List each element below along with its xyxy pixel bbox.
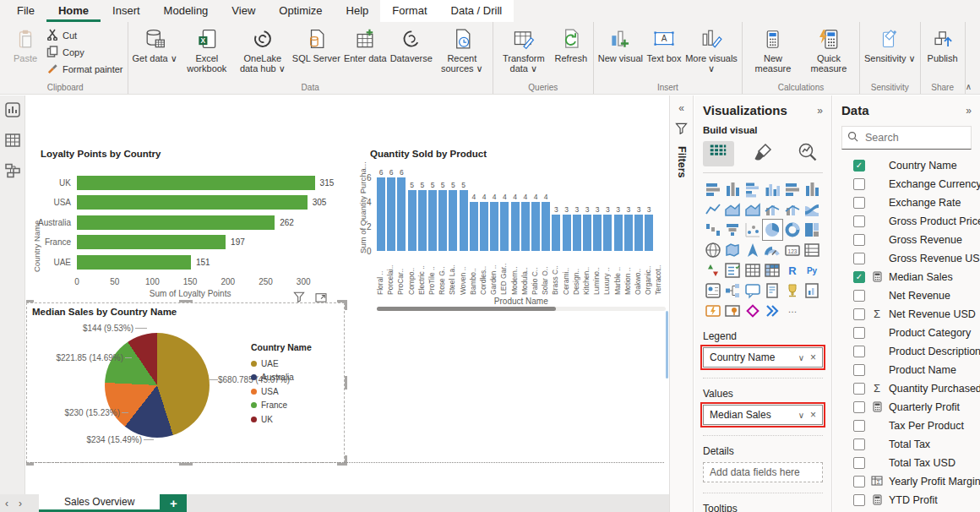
refresh-button[interactable]: Refresh [552,25,591,63]
viz-tab-analytics[interactable] [792,141,823,166]
bar-solar-o[interactable] [542,202,550,251]
bar-woven[interactable] [460,190,468,252]
paginated-report-icon[interactable] [803,281,823,301]
azure-map-icon[interactable] [743,240,763,260]
bar-uae[interactable] [77,255,191,270]
viz-tab-format-visual[interactable] [748,141,779,166]
report-canvas[interactable]: Loyalty Points by Country UK315USA305Aus… [26,95,669,494]
donut-chart-icon[interactable] [782,220,803,240]
bar-oakwo[interactable] [634,215,643,252]
checkbox-unchecked[interactable] [853,253,865,264]
bar-floral[interactable] [377,177,385,251]
line-chart-icon[interactable] [703,199,723,220]
checkbox-unchecked[interactable] [853,215,865,227]
bar-rose-g[interactable] [438,190,447,252]
treemap-icon[interactable] [803,220,823,240]
canvas-scrollbar[interactable] [666,311,668,379]
bar-steel-la[interactable] [449,190,457,252]
funnel-chart-icon[interactable] [723,220,743,240]
checkbox-unchecked[interactable] [853,308,865,320]
ribbon-tab-help[interactable]: Help [335,0,381,22]
legend-field-pill[interactable]: Country Name ∨ × [703,347,823,368]
power-apps-icon[interactable] [703,301,723,321]
new-measure-button[interactable]: New measure [745,25,801,74]
pct-stacked-bar-chart-icon[interactable] [782,179,803,199]
excel-workbook-button[interactable]: XExcel workbook [179,25,235,74]
stacked-area-chart-icon[interactable] [743,199,763,220]
get-data-button[interactable]: Get data ∨ [131,25,179,63]
chevron-down-icon[interactable]: ∨ [798,411,804,420]
bar-compo[interactable] [408,190,416,252]
ribbon-chart-icon[interactable] [803,199,823,220]
data-view-icon[interactable] [5,133,20,151]
bar-led-gar[interactable] [500,202,509,251]
python-visual-icon[interactable]: Py [803,260,823,281]
field-row-country-name[interactable]: ✓Country Name [841,156,972,175]
field-row-product-name[interactable]: Product Name [841,361,972,379]
format-painter-button[interactable]: Format painter [46,63,123,76]
field-row-net-revenue[interactable]: Net Revenue [841,286,972,305]
field-row-total-tax[interactable]: Total Tax [841,435,972,454]
ribbon-tab-format[interactable]: Format [380,0,438,22]
field-row-net-revenue-usd[interactable]: ΣNet Revenue USD [841,305,972,324]
checkbox-unchecked[interactable] [853,383,865,395]
checkbox-unchecked[interactable] [853,327,865,339]
stacked-bar-chart-icon[interactable] [703,179,723,199]
bar-bambo[interactable] [470,202,478,251]
field-row-exchange-currency[interactable]: Exchange Currency [841,175,972,193]
field-row-gross-revenue[interactable]: Gross Revenue [841,231,972,249]
ribbon-tab-file[interactable]: File [5,0,46,22]
bar-motion[interactable] [624,215,633,252]
line-stacked-column-chart-icon[interactable] [763,199,783,220]
legend-item-uae[interactable]: UAE [251,357,312,371]
page-tab-sales-overview[interactable]: Sales Overview [39,494,160,512]
field-row-product-description[interactable]: Product Description [841,342,972,361]
field-row-gross-product-price[interactable]: Gross Product Price [841,212,972,231]
legend-item-france[interactable]: France [251,399,312,413]
bar-uk[interactable] [77,176,315,190]
ribbon-tab-insert[interactable]: Insert [101,0,152,22]
area-chart-icon[interactable] [723,199,743,220]
legend-item-usa[interactable]: USA [251,384,312,399]
bar-cerami[interactable] [563,215,571,252]
remove-field-icon[interactable]: × [810,409,816,421]
ribbon-tab-modeling[interactable]: Modeling [152,0,220,22]
details-field-well[interactable]: Add data fields here [703,462,823,482]
bar-usa[interactable] [77,195,308,210]
field-row-gross-revenue-usd[interactable]: Gross Revenue USD [841,249,972,268]
bar-porcelai[interactable] [387,177,395,251]
resize-handle[interactable] [337,300,347,310]
decomposition-tree-icon[interactable] [723,281,743,301]
checkbox-unchecked[interactable] [853,476,865,487]
checkbox-unchecked[interactable] [853,494,865,506]
ribbon-tab-view[interactable]: View [220,0,267,22]
next-page-arrow[interactable]: › [14,494,27,512]
bar-garden[interactable] [490,202,498,251]
checkbox-unchecked[interactable] [853,234,865,246]
remove-field-icon[interactable]: × [810,351,816,363]
field-row-exchange-rate[interactable]: Exchange Rate [841,193,972,212]
resize-handle[interactable] [179,300,193,302]
smart-narrative-icon[interactable] [763,281,783,301]
sql-server-button[interactable]: SQL Server [291,25,342,63]
field-row-yearly-profit-margin[interactable]: ΣYearly Profit Margin [841,472,972,491]
arcgis-map-icon[interactable] [723,301,743,321]
checkbox-unchecked[interactable] [853,364,865,376]
publish-button[interactable]: Publish [923,25,962,63]
ribbon-tab-home[interactable]: Home [46,0,101,22]
bar-kitchen[interactable] [583,215,591,252]
matrix-icon[interactable] [763,260,783,281]
cut-button[interactable]: Cut [46,29,123,42]
model-view-icon[interactable] [5,163,20,182]
gauge-icon[interactable] [763,240,783,260]
checkbox-unchecked[interactable] [853,438,865,450]
filled-map-icon[interactable] [723,240,743,260]
more-visuals-button[interactable]: More visuals ∨ [683,25,739,74]
chevron-down-icon[interactable]: ∨ [798,353,804,362]
bar-lumino[interactable] [593,215,602,252]
line-clustered-column-chart-icon[interactable] [782,199,803,220]
bar-patio-c[interactable] [531,202,540,251]
power-automate-icon[interactable] [763,301,783,321]
r-script-icon[interactable]: R [782,260,803,281]
field-search-box[interactable] [841,126,972,150]
